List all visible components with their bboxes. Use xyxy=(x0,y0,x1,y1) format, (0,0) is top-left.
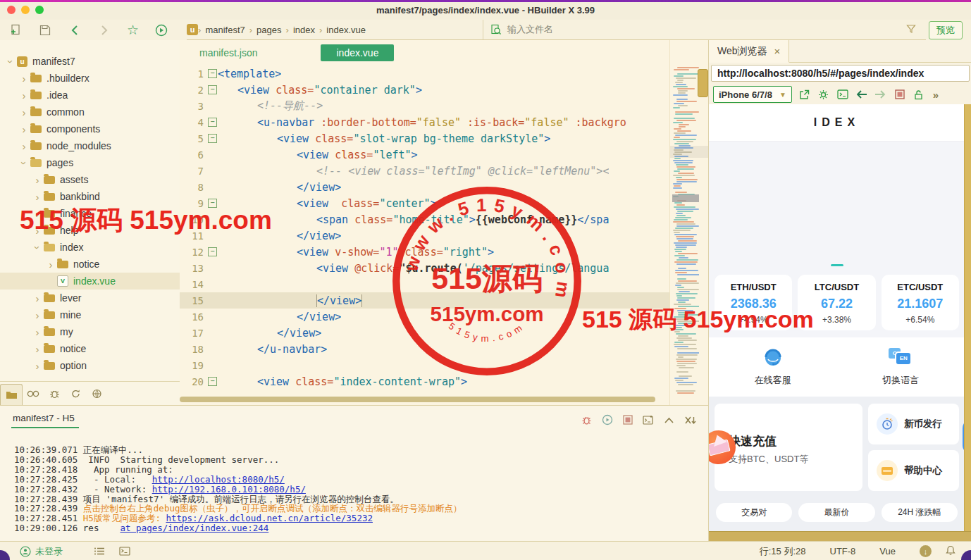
console-icon[interactable] xyxy=(836,88,849,101)
app-banner-carousel[interactable] xyxy=(709,142,965,272)
tree-item-assets[interactable]: ›assets xyxy=(0,171,180,188)
stop-icon[interactable] xyxy=(893,88,906,101)
tree-item-index[interactable]: ›index xyxy=(0,239,180,256)
chevron-down-icon[interactable]: › xyxy=(5,56,17,66)
stop-run-icon[interactable] xyxy=(623,415,633,427)
code-line-16[interactable]: 16</view> xyxy=(180,309,669,325)
close-icon[interactable]: × xyxy=(774,45,781,57)
tree-item-.hbuilderx[interactable]: ›.hbuilderx xyxy=(0,70,180,87)
line-number[interactable]: 6 xyxy=(180,149,207,161)
line-number[interactable]: 8 xyxy=(180,182,207,193)
line-number[interactable]: 1 xyxy=(180,68,207,80)
language-switch-button[interactable]: CEN 切换语言 xyxy=(837,337,965,397)
line-number[interactable]: 18 xyxy=(180,344,207,355)
code-line-6[interactable]: 6<view class="left"> xyxy=(180,147,669,163)
tree-item-mine[interactable]: ›mine xyxy=(0,306,180,323)
chevron-right-icon[interactable]: › xyxy=(32,191,42,203)
chevron-right-icon[interactable]: › xyxy=(19,106,29,118)
bookmark-star-icon[interactable]: ☆ xyxy=(127,24,139,37)
chevron-right-icon[interactable]: › xyxy=(19,73,29,85)
fold-marker-icon[interactable]: − xyxy=(207,247,218,256)
tree-item-bankbind[interactable]: ›bankbind xyxy=(0,188,180,205)
new-file-icon[interactable] xyxy=(8,23,23,37)
quick-recharge-card[interactable]: 快速充值 支持BTC、USDT等 xyxy=(715,404,862,491)
browser-tab[interactable]: Web浏览器 × xyxy=(709,40,789,63)
fold-marker-icon[interactable]: − xyxy=(207,199,218,208)
collapse-panel-icon[interactable] xyxy=(664,416,674,426)
line-number[interactable]: 10 xyxy=(180,214,207,225)
file-type[interactable]: Vue xyxy=(879,546,896,556)
line-number[interactable]: 20 xyxy=(180,376,207,387)
preview-button[interactable]: 预览 xyxy=(929,21,963,39)
debug-bug-icon[interactable] xyxy=(581,415,592,428)
tab-latest-price[interactable]: 最新价 xyxy=(798,503,874,522)
line-number[interactable]: 3 xyxy=(180,101,207,112)
tree-item-manifest7[interactable]: ›umanifest7 xyxy=(0,53,180,70)
chevron-right-icon[interactable]: › xyxy=(32,326,42,338)
search-panel-tab[interactable] xyxy=(23,385,44,403)
login-status[interactable]: 未登录 xyxy=(35,545,63,558)
fold-marker-icon[interactable]: − xyxy=(207,134,218,143)
navigate-forward-icon[interactable] xyxy=(97,23,111,37)
browser-forward-icon[interactable] xyxy=(874,88,887,101)
browser-vertical-scrollbar[interactable] xyxy=(964,104,971,532)
fold-marker-icon[interactable]: − xyxy=(207,118,218,127)
chevron-down-icon[interactable]: › xyxy=(18,158,30,168)
ticker-card-eth[interactable]: ETH/USDT 2368.36 +4.94% xyxy=(715,275,792,330)
line-number[interactable]: 15 xyxy=(180,295,207,306)
breadcrumb-item[interactable]: index.vue xyxy=(326,25,366,35)
chevron-right-icon[interactable]: › xyxy=(32,360,42,372)
editor-tab-index-vue[interactable]: index.vue xyxy=(321,44,394,61)
fold-marker-icon[interactable]: − xyxy=(207,69,218,78)
line-number[interactable]: 12 xyxy=(180,247,207,258)
chevron-right-icon[interactable]: › xyxy=(32,343,42,355)
code-area[interactable]: 1−<template>2−<view class="container dar… xyxy=(180,66,669,390)
tree-item-notice[interactable]: ›notice xyxy=(0,340,180,357)
tree-item-my[interactable]: ›my xyxy=(0,323,180,340)
tree-item-lever[interactable]: ›lever xyxy=(0,290,180,306)
browser-back-icon[interactable] xyxy=(855,88,868,101)
chevron-right-icon[interactable]: › xyxy=(19,89,29,101)
clear-close-console-icon[interactable] xyxy=(684,416,697,427)
tree-item-node_modules[interactable]: ›node_modules xyxy=(0,137,180,154)
editor-vertical-scrollbar[interactable] xyxy=(698,69,708,97)
line-number[interactable]: 14 xyxy=(180,279,207,290)
tree-item-help[interactable]: ›help xyxy=(0,222,180,239)
ticker-card-etc[interactable]: ETC/USDT 21.1607 +6.54% xyxy=(882,275,959,330)
code-line-1[interactable]: 1−<template> xyxy=(180,66,669,82)
open-external-icon[interactable] xyxy=(798,88,811,101)
refresh-panel-tab[interactable] xyxy=(65,385,86,403)
url-input[interactable]: http://localhost:8080/h5/#/pages/index/i… xyxy=(711,65,970,82)
code-line-11[interactable]: 11</view> xyxy=(180,228,669,244)
files-panel-tab[interactable] xyxy=(0,384,23,406)
device-select[interactable]: iPhone 6/7/8 ▼ xyxy=(713,86,792,103)
customer-service-button[interactable]: 在线客服 xyxy=(709,337,837,397)
breadcrumb-item[interactable]: manifest7 xyxy=(205,25,245,35)
code-line-13[interactable]: 13<view @click="$u.route('/pages/setting… xyxy=(180,260,669,276)
code-line-20[interactable]: 20−<view class="index-content-wrap"> xyxy=(180,373,669,390)
tab-trading-pair[interactable]: 交易对 xyxy=(716,503,792,522)
line-number[interactable]: 16 xyxy=(180,311,207,323)
line-number[interactable]: 2 xyxy=(180,85,207,96)
line-number[interactable]: 9 xyxy=(180,198,207,209)
line-number[interactable]: 13 xyxy=(180,263,207,274)
navigate-back-icon[interactable] xyxy=(68,23,82,37)
console-tab[interactable]: manifest7 - H5 xyxy=(13,413,75,423)
restart-icon[interactable] xyxy=(602,414,613,428)
line-number[interactable]: 5 xyxy=(180,133,207,144)
new-coin-card[interactable]: 新币发行 xyxy=(868,404,959,444)
download-update-icon[interactable]: ↓ xyxy=(920,545,932,557)
fold-marker-icon[interactable]: − xyxy=(207,85,218,94)
gear-icon[interactable] xyxy=(817,88,830,101)
breadcrumb-item[interactable]: index xyxy=(293,25,315,35)
plugins-panel-tab[interactable] xyxy=(86,385,107,403)
code-line-3[interactable]: 3<!--导航--> xyxy=(180,98,669,114)
breadcrumb-item[interactable]: pages xyxy=(256,25,281,35)
tree-item-pages[interactable]: ›pages xyxy=(0,154,180,171)
code-line-10[interactable]: 10<span class="home-title">{{webConf.nam… xyxy=(180,211,669,228)
code-line-19[interactable]: 19 xyxy=(180,357,669,373)
ticker-card-ltc[interactable]: LTC/USDT 67.22 +3.38% xyxy=(798,275,875,330)
code-line-12[interactable]: 12−<view v-show="1" class="right"> xyxy=(180,244,669,260)
cursor-position[interactable]: 行:15 列:28 xyxy=(760,545,806,558)
bell-icon[interactable] xyxy=(946,545,955,558)
